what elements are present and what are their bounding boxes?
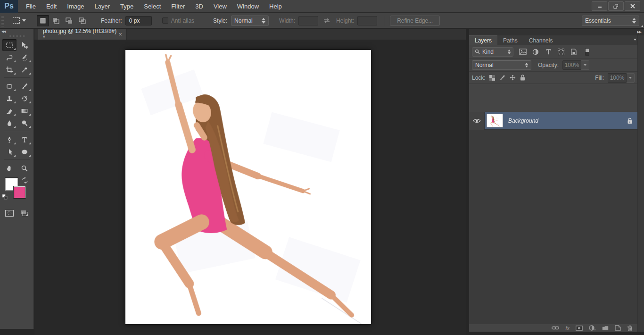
collapse-panels-icon[interactable]: ▶▶ [637, 30, 641, 34]
new-group-button[interactable] [602, 326, 609, 331]
tool-quick-selection[interactable] [17, 51, 32, 63]
feather-input[interactable]: 0 px [125, 16, 152, 25]
tab-paths[interactable]: Paths [497, 35, 523, 45]
add-layer-mask-button[interactable] [576, 326, 583, 331]
tool-eyedropper[interactable] [17, 64, 32, 75]
layer-styles-button[interactable]: fx [565, 325, 570, 331]
menu-window[interactable]: Window [232, 0, 264, 13]
new-selection-button[interactable] [37, 15, 49, 26]
restore-button[interactable] [608, 1, 624, 11]
menu-help[interactable]: Help [264, 0, 287, 13]
filter-kind-select[interactable]: Kind [472, 47, 513, 57]
tool-gradient[interactable] [17, 105, 32, 117]
width-input[interactable] [298, 16, 318, 25]
tool-hand[interactable] [2, 162, 17, 174]
background-color-swatch[interactable] [14, 186, 25, 198]
quick-mask-button[interactable] [5, 210, 14, 217]
tool-move[interactable] [17, 39, 32, 51]
style-label: Style: [213, 17, 227, 24]
document-area: photo.jpg @ 12.5% (RGB/8#) * × [34, 29, 466, 335]
tool-preset-picker[interactable] [8, 15, 30, 26]
opacity-input[interactable]: 100% [562, 60, 581, 70]
filter-adjustment-layers-button[interactable] [531, 47, 540, 57]
tool-path-selection[interactable] [2, 146, 17, 158]
menu-image[interactable]: Image [62, 0, 89, 13]
menu-edit[interactable]: Edit [41, 0, 62, 13]
tab-close-icon[interactable]: × [117, 31, 124, 38]
menu-type[interactable]: Type [115, 0, 139, 13]
delete-layer-button[interactable] [627, 325, 633, 331]
tool-history-brush[interactable] [17, 92, 32, 104]
tool-pen[interactable] [2, 134, 17, 145]
tools-panel: ◀◀ [0, 29, 34, 329]
lock-position-button[interactable] [510, 75, 516, 81]
layer-thumbnail[interactable] [487, 114, 503, 127]
menu-file[interactable]: File [21, 0, 41, 13]
new-layer-button[interactable] [615, 325, 621, 331]
tool-brush[interactable] [17, 80, 32, 92]
tool-lasso[interactable] [2, 51, 17, 63]
tool-rectangular-marquee[interactable] [2, 39, 17, 51]
tool-dodge[interactable] [17, 117, 32, 129]
tool-crop[interactable] [2, 64, 17, 75]
lock-all-button[interactable] [520, 75, 525, 81]
opacity-dropdown-button[interactable] [581, 60, 589, 70]
tab-layers[interactable]: Layers [469, 35, 497, 45]
close-button[interactable] [625, 1, 640, 11]
screen-mode-button[interactable] [20, 210, 29, 217]
layer-filter-icons [518, 47, 578, 57]
tab-channels[interactable]: Channels [523, 35, 559, 45]
default-colors-icon[interactable] [2, 194, 8, 200]
tools-separator [2, 76, 32, 80]
layer-filter-toggle[interactable] [585, 48, 589, 56]
refine-edge-button[interactable]: Refine Edge... [390, 16, 440, 26]
add-selection-icon [52, 17, 60, 24]
filter-shape-layers-button[interactable] [556, 47, 566, 57]
blend-mode-select[interactable]: Normal [472, 60, 531, 70]
rectangular-marquee-icon [6, 42, 13, 49]
height-input[interactable] [357, 16, 377, 25]
tool-blur[interactable] [2, 117, 17, 129]
tool-healing-brush[interactable] [2, 80, 17, 92]
minimize-button[interactable] [592, 1, 607, 11]
layer-row-background[interactable]: Background [469, 112, 637, 130]
tool-eraser[interactable] [2, 105, 17, 117]
tool-ellipse[interactable] [17, 146, 32, 158]
anti-alias-checkbox[interactable] [162, 17, 168, 24]
selection-mode-group [37, 15, 89, 26]
menu-3d[interactable]: 3D [190, 0, 208, 13]
filter-pixel-layers-button[interactable] [518, 47, 528, 57]
layer-name[interactable]: Background [508, 117, 538, 124]
menu-layer[interactable]: Layer [90, 0, 116, 13]
tool-zoom[interactable] [17, 162, 32, 174]
subtract-from-selection-button[interactable] [63, 15, 75, 26]
swap-dimensions-icon[interactable] [323, 18, 330, 24]
workspace-select[interactable]: Essentials [582, 16, 639, 26]
add-to-selection-button[interactable] [50, 15, 62, 26]
style-select[interactable]: Normal [231, 16, 269, 26]
visibility-cell[interactable] [469, 112, 485, 130]
fill-label: Fill: [595, 75, 604, 81]
filter-type-layers-button[interactable] [544, 47, 553, 57]
filter-smart-objects-button[interactable] [569, 47, 578, 57]
menu-view[interactable]: View [208, 0, 232, 13]
fill-dropdown-button[interactable] [627, 73, 635, 83]
intersect-selection-button[interactable] [76, 15, 89, 26]
eraser-icon [6, 107, 13, 115]
menu-select[interactable]: Select [139, 0, 166, 13]
tool-type[interactable] [17, 134, 32, 145]
lock-transparency-button[interactable] [489, 75, 495, 81]
width-label: Width: [279, 17, 295, 24]
canvas[interactable] [125, 50, 372, 325]
document-tab[interactable]: photo.jpg @ 12.5% (RGB/8#) * × [38, 29, 127, 40]
hand-icon [6, 165, 13, 172]
panel-menu-triangle-icon [634, 39, 636, 41]
link-layers-button[interactable] [552, 326, 559, 330]
lock-pixels-button[interactable] [499, 75, 505, 81]
collapse-tools-icon[interactable]: ◀◀ [1, 30, 6, 34]
new-adjustment-layer-button[interactable] [589, 325, 596, 331]
swap-colors-icon[interactable] [22, 177, 28, 184]
fill-input[interactable]: 100% [608, 73, 627, 83]
tool-clone-stamp[interactable] [2, 92, 17, 104]
menu-filter[interactable]: Filter [166, 0, 190, 13]
